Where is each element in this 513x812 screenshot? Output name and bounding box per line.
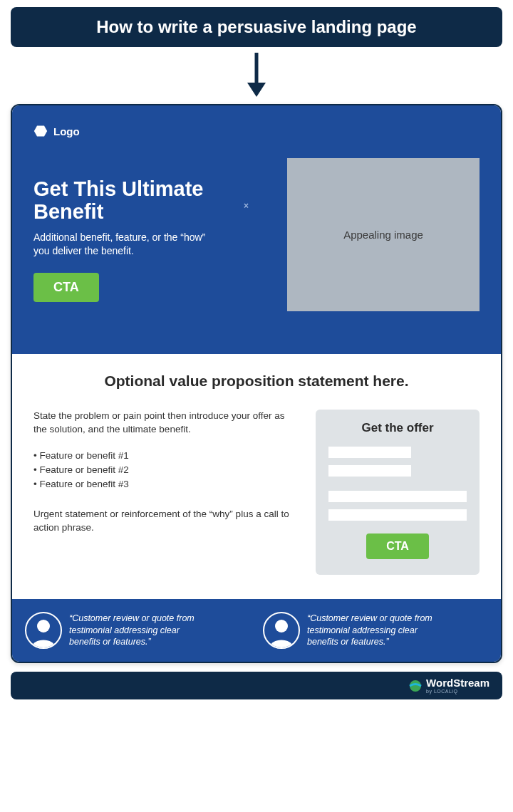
wordstream-logo: WordStream by LOCALiQ (409, 677, 489, 694)
globe-icon (409, 680, 422, 692)
value-proposition: Optional value proposition statement her… (33, 373, 480, 390)
footer-brand: WordStream (426, 677, 489, 688)
form-field[interactable] (328, 447, 411, 458)
arrow-down-icon (11, 53, 502, 97)
hero-cta-button[interactable]: CTA (33, 273, 99, 302)
logo: Logo (33, 124, 480, 138)
form-field[interactable] (328, 491, 467, 502)
mid-section: Optional value proposition statement her… (12, 354, 501, 599)
close-icon[interactable]: × (244, 201, 249, 211)
svg-marker-2 (34, 126, 47, 137)
testimonial-quote: “Customer review or quote from testimoni… (307, 613, 450, 649)
testimonial: “Customer review or quote from testimoni… (263, 612, 488, 649)
logo-label: Logo (53, 125, 80, 137)
urgency-statement: Urgent statement or reinforcement of the… (33, 508, 293, 535)
avatar-icon (25, 612, 62, 649)
feature-list: • Feature or benefit #1 • Feature or ben… (33, 449, 293, 491)
landing-page-card: Logo Get This Ultimate Benefit Additiona… (11, 104, 502, 663)
form-field[interactable] (328, 509, 467, 521)
page-title: How to write a persuasive landing page (11, 7, 502, 47)
testimonial: “Customer review or quote from testimoni… (25, 612, 250, 649)
testimonial-quote: “Customer review or quote from testimoni… (69, 613, 212, 649)
problem-statement: State the problem or pain point then int… (33, 410, 293, 437)
svg-point-3 (37, 620, 50, 633)
offer-form: Get the offer CTA (316, 410, 480, 575)
avatar-icon (263, 612, 300, 649)
form-field[interactable] (328, 465, 411, 477)
hero-section: Logo Get This Ultimate Benefit Additiona… (12, 105, 501, 354)
feature-item: • Feature or benefit #2 (33, 464, 293, 477)
hexagon-icon (33, 124, 48, 138)
testimonials-section: “Customer review or quote from testimoni… (12, 599, 501, 662)
feature-item: • Feature or benefit #1 (33, 449, 293, 463)
svg-point-4 (275, 620, 288, 633)
form-cta-button[interactable]: CTA (366, 533, 429, 559)
hero-image-placeholder: Appealing image (287, 158, 480, 311)
form-title: Get the offer (328, 421, 467, 435)
feature-item: • Feature or benefit #3 (33, 478, 293, 491)
svg-marker-1 (247, 83, 266, 97)
footer-byline: by LOCALiQ (426, 689, 489, 694)
hero-subhead: Additional benefit, feature, or the “how… (33, 231, 219, 259)
hero-headline: Get This Ultimate Benefit (33, 178, 273, 224)
footer-bar: WordStream by LOCALiQ (11, 672, 502, 699)
